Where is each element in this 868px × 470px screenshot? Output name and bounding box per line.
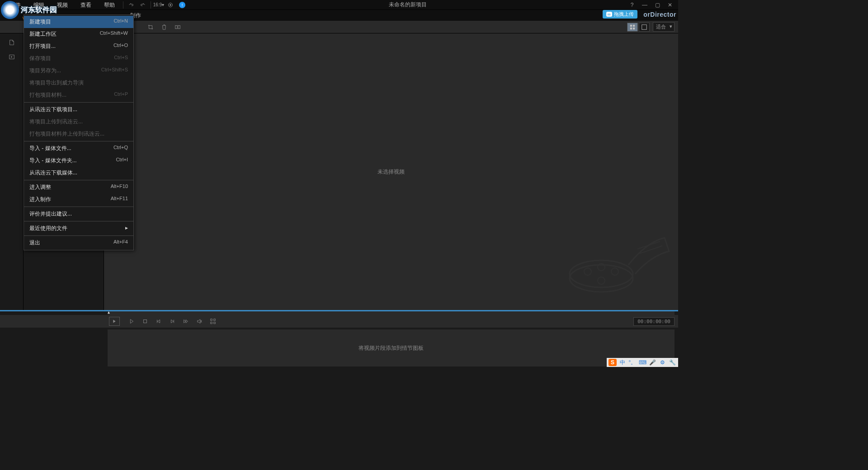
menu-view[interactable]: 查看	[74, 0, 98, 10]
svg-rect-3	[175, 25, 177, 28]
submenu-arrow-icon: ▸	[125, 225, 128, 232]
play-icon[interactable]	[126, 317, 137, 326]
menu-item-label: 打包项目材料...	[29, 91, 66, 99]
menu-item-shortcut: Ctrl+N	[114, 18, 128, 26]
fast-forward-icon[interactable]	[180, 317, 191, 326]
menu-item-13[interactable]: 导入 - 媒体文件夹...Ctrl+I	[24, 155, 133, 167]
undo-icon[interactable]	[126, 0, 136, 10]
timeline: ▴ 00:00:00:00 将视频片段添加到情节图板 ◂ ▸	[0, 310, 678, 367]
crop-icon[interactable]	[145, 22, 156, 32]
menu-item-label: 将项目导出到威力导演	[29, 79, 84, 87]
menu-item-label: 打包项目材料并上传到讯连云...	[29, 130, 104, 138]
menu-item-shortcut: Ctrl+Shift+S	[101, 67, 128, 75]
close-icon[interactable]: ✕	[665, 0, 675, 9]
mute-icon[interactable]	[194, 317, 205, 326]
menu-item-label: 保存项目	[29, 55, 51, 62]
timecode: 00:00:00:00	[633, 317, 675, 326]
storyboard-empty-text: 将视频片段添加到情节图板	[359, 344, 424, 352]
menu-item-2[interactable]: 打开项目...Ctrl+O	[24, 40, 133, 52]
svg-rect-24	[211, 322, 212, 324]
menu-item-label: 打开项目...	[29, 42, 56, 50]
file-menu-dropdown: 新建项目Ctrl+N新建工作区Ctrl+Shift+W打开项目...Ctrl+O…	[24, 14, 134, 250]
menu-item-shortcut: Ctrl+O	[113, 42, 128, 50]
menu-help[interactable]: 帮助	[98, 0, 121, 10]
menu-item-21[interactable]: 最近使用的文件▸	[24, 222, 133, 235]
menu-item-label: 从讯连云下载媒体...	[29, 169, 77, 177]
menu-item-shortcut: Ctrl+Shift+W	[100, 30, 128, 38]
stop-icon[interactable]	[140, 317, 151, 326]
ime-tool-icon[interactable]: 🔧	[668, 359, 676, 366]
menu-item-4: 项目另存为...Ctrl+Shift+S	[24, 65, 133, 77]
menu-item-9: 将项目上传到讯连云...	[24, 116, 133, 128]
svg-point-16	[598, 277, 605, 284]
menu-item-label: 最近使用的文件	[29, 225, 67, 232]
upload-badge[interactable]: ∞ 拖拽上传	[603, 10, 637, 19]
maximize-icon[interactable]: ▢	[653, 0, 662, 9]
preview-area: 未选择视频	[104, 33, 678, 310]
menu-item-label: 项目另存为...	[29, 67, 61, 75]
brand-label: orDirector	[643, 11, 676, 18]
menu-item-label: 进入调整	[29, 183, 51, 191]
menu-item-shortcut: Ctrl+I	[116, 157, 128, 164]
ime-lang-icon[interactable]: 中	[618, 359, 627, 366]
ime-settings-icon[interactable]: ⚙	[658, 359, 666, 366]
menu-item-17[interactable]: 进入制作Alt+F11	[24, 193, 133, 206]
watermark-text: 河东软件园	[21, 5, 57, 15]
menu-item-label: 导入 - 媒体文件夹...	[29, 157, 77, 164]
svg-rect-6	[633, 24, 635, 26]
menu-item-label: 导入 - 媒体文件...	[29, 145, 71, 152]
menu-item-8[interactable]: 从讯连云下载项目...	[24, 103, 133, 116]
menu-item-16[interactable]: 进入调整Alt+F10	[24, 181, 133, 193]
menu-item-23[interactable]: 退出Alt+F4	[24, 237, 133, 249]
storyboard[interactable]: 将视频片段添加到情节图板	[108, 329, 675, 367]
minimize-icon[interactable]: —	[640, 0, 649, 9]
zoom-select[interactable]: 适合 ▾	[653, 22, 675, 32]
menu-item-label: 从讯连云下载项目...	[29, 106, 77, 113]
redo-icon[interactable]	[138, 0, 148, 10]
delete-icon[interactable]	[158, 22, 170, 32]
media-icon[interactable]	[6, 52, 17, 62]
prev-frame-icon[interactable]	[153, 317, 164, 326]
sogou-ime-icon[interactable]: S	[609, 359, 617, 366]
playhead-marker[interactable]: ▴	[108, 310, 110, 315]
view-grid-icon[interactable]	[627, 23, 638, 32]
menu-item-5: 将项目导出到威力导演	[24, 77, 133, 89]
cloud-icon: ∞	[606, 12, 612, 17]
menu-item-19[interactable]: 评价并提出建议...	[24, 208, 133, 220]
new-file-icon[interactable]	[6, 37, 17, 48]
preview-empty-text: 未选择视频	[377, 168, 405, 176]
svg-rect-19	[144, 320, 147, 323]
settings-icon[interactable]	[165, 0, 175, 10]
menu-item-0[interactable]: 新建项目Ctrl+N	[24, 16, 133, 28]
help-icon[interactable]: ?	[627, 0, 637, 9]
notification-icon[interactable]: !	[177, 0, 187, 10]
svg-rect-25	[214, 322, 216, 324]
film-reel-icon	[556, 229, 674, 306]
next-frame-icon[interactable]	[167, 317, 178, 326]
menu-item-6: 打包项目材料...Ctrl+P	[24, 89, 133, 101]
ime-keyboard-icon[interactable]: ⌨	[638, 359, 646, 366]
ime-voice-icon[interactable]: 🎤	[648, 359, 656, 366]
menu-item-shortcut: Alt+F11	[111, 196, 128, 203]
grid-icon[interactable]	[208, 317, 218, 326]
view-single-icon[interactable]	[639, 23, 650, 32]
menu-item-14[interactable]: 从讯连云下载媒体...	[24, 167, 133, 179]
menu-item-3: 保存项目Ctrl+S	[24, 52, 133, 65]
splitscreen-icon[interactable]	[172, 22, 184, 32]
play-range-icon[interactable]	[109, 317, 120, 326]
svg-point-15	[611, 268, 618, 275]
menu-item-shortcut: Ctrl+P	[114, 91, 128, 99]
svg-rect-7	[630, 27, 632, 29]
menu-item-shortcut: Ctrl+Q	[113, 145, 128, 152]
aspect-icon[interactable]: 16:9▾	[154, 0, 164, 10]
ime-punct-icon[interactable]: °。	[628, 359, 637, 366]
menu-item-label: 新建工作区	[29, 30, 57, 38]
menu-item-shortcut: Ctrl+S	[114, 55, 128, 62]
menu-item-label: 退出	[29, 239, 40, 247]
svg-rect-4	[178, 25, 180, 28]
timeline-ruler[interactable]: ▴	[108, 311, 675, 315]
menu-item-12[interactable]: 导入 - 媒体文件...Ctrl+Q	[24, 142, 133, 155]
svg-rect-9	[642, 24, 647, 29]
menu-item-1[interactable]: 新建工作区Ctrl+Shift+W	[24, 28, 133, 40]
svg-point-1	[170, 4, 171, 6]
